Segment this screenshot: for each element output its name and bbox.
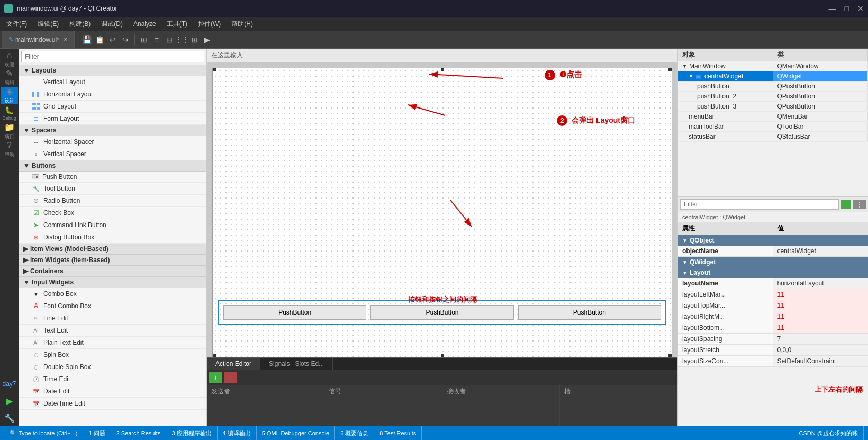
widget-time-edit[interactable]: 🕐 Time Edit [19, 373, 206, 385]
sidebar-welcome[interactable]: ⌂ 欢迎 [1, 51, 18, 68]
widget-push-button[interactable]: OK Push Button [19, 172, 206, 183]
sidebar-day7[interactable]: day7 [1, 375, 18, 392]
prop-layoutleftmar[interactable]: layoutLeftMar... 11 [678, 289, 868, 300]
widget-plain-text-edit[interactable]: AI Plain Text Edit [19, 337, 206, 349]
menu-controls[interactable]: 控件(W) [194, 19, 225, 30]
align-right-btn[interactable]: ⊟ [164, 34, 175, 46]
prop-layoutname[interactable]: layoutName horizontalLayout [678, 278, 868, 289]
prop-layouttopmar[interactable]: layoutTopMar... 11 [678, 300, 868, 311]
widget-font-combo-box[interactable]: A Font Combo Box [19, 300, 206, 312]
remove-action-btn[interactable]: − [224, 372, 237, 383]
sidebar-design[interactable]: ◈ 设计 [1, 87, 18, 104]
category-input-widgets[interactable]: ▼ Input Widgets [19, 277, 206, 288]
widget-line-edit[interactable]: ✏ Line Edit [19, 312, 206, 325]
tree-mainwindow[interactable]: ▼ MainWindow QMainWindow [678, 61, 868, 71]
status-summary[interactable]: 6 概要信息 [335, 426, 374, 440]
category-spacers[interactable]: ▼ Spacers [19, 125, 206, 136]
status-qml[interactable]: 5 QML Debugger Console [257, 426, 335, 440]
menu-file[interactable]: 文件(F) [2, 19, 31, 30]
status-search[interactable]: 2 Search Results [111, 426, 167, 440]
tab-signals-slots[interactable]: Signals _Slots Ed... [260, 358, 333, 370]
sidebar-help[interactable]: ? 帮助 [1, 141, 18, 158]
prop-layoutspacing[interactable]: layoutSpacing 7 [678, 334, 868, 345]
category-containers[interactable]: ▶ Containers [19, 266, 206, 277]
category-layouts[interactable]: ▼ Layouts [19, 65, 206, 76]
widget-vertical-spacer[interactable]: ↕ Vertical Spacer [19, 148, 206, 160]
preview-btn[interactable]: ▶ [202, 34, 213, 46]
align-left-btn[interactable]: ⊞ [138, 34, 150, 46]
widget-text-edit[interactable]: AI Text Edit [19, 325, 206, 337]
category-item-widgets[interactable]: ▶ Item Widgets (Item-Based) [19, 255, 206, 266]
push-button-2[interactable]: PushButton [370, 305, 513, 320]
sidebar-edit[interactable]: ✎ 编辑 [1, 69, 18, 86]
widget-horizontal-spacer[interactable]: ↔ Horizontal Spacer [19, 136, 206, 148]
status-test[interactable]: 8 Test Results [374, 426, 422, 440]
sidebar-project[interactable]: 📁 项目 [1, 123, 18, 140]
widget-grid-layout[interactable]: Grid Layout [19, 101, 206, 113]
prop-objectname[interactable]: objectName centralWidget [678, 246, 868, 257]
status-problems[interactable]: 1 问题 [83, 426, 111, 440]
props-add-btn[interactable]: + [841, 200, 851, 209]
file-tab[interactable]: ✎ mainwindow.ui* ✕ [2, 31, 75, 48]
widget-tool-button[interactable]: 🔧 Tool Button [19, 183, 206, 195]
save-btn[interactable]: 💾 [82, 34, 93, 46]
widget-horizontal-layout[interactable]: Horizontal Layout [19, 88, 206, 101]
push-button-1[interactable]: PushButton [223, 305, 366, 320]
widget-filter-input[interactable] [21, 51, 204, 62]
tab-action-editor[interactable]: Action Editor [207, 358, 260, 370]
widget-form-layout[interactable]: ☰ Form Layout [19, 113, 206, 125]
add-action-btn[interactable]: + [209, 372, 222, 383]
tree-pushbutton3[interactable]: pushButton_3 QPushButton [678, 102, 868, 112]
tree-centralwidget[interactable]: ▼ ▣ centralWidget QWidget [678, 71, 868, 82]
widget-spin-box[interactable]: ⬡ Spin Box [19, 349, 206, 361]
widget-vertical-layout[interactable]: Vertical Layout [19, 76, 206, 88]
menu-help[interactable]: 帮助(H) [227, 19, 257, 30]
sidebar-build-run[interactable]: 🔧 [1, 409, 18, 426]
maximize-button[interactable]: □ [845, 4, 849, 13]
widget-datetime-edit[interactable]: 📅 Date/Time Edit [19, 398, 206, 410]
category-item-views[interactable]: ▶ Item Views (Model-Based) [19, 244, 206, 255]
sidebar-run[interactable]: ▶ [1, 392, 18, 409]
category-buttons[interactable]: ▼ Buttons [19, 160, 206, 172]
save-all-btn[interactable]: 📋 [94, 34, 106, 46]
widget-dialog-button-box[interactable]: ⊠ Dialog Button Box [19, 231, 206, 244]
push-button-3[interactable]: PushButton [518, 305, 661, 320]
menu-build[interactable]: 构建(B) [65, 19, 95, 30]
props-filter-input[interactable] [680, 199, 839, 210]
menu-analyze[interactable]: Analyze [129, 19, 160, 29]
redo-btn[interactable]: ↪ [120, 34, 131, 46]
layout-btn[interactable]: ⊞ [189, 34, 201, 46]
prop-layoutbottom[interactable]: layoutBottom... 11 [678, 322, 868, 334]
form-canvas[interactable]: PushButton PushButton PushButton [212, 68, 672, 357]
widget-combo-box[interactable]: ▼ Combo Box [19, 288, 206, 300]
widget-date-edit[interactable]: 📅 Date Edit [19, 385, 206, 398]
undo-btn[interactable]: ↩ [107, 34, 119, 46]
close-button[interactable]: ✕ [857, 4, 864, 13]
status-locate[interactable]: 🔍 Type to locate (Ctrl+...) [4, 426, 83, 440]
prop-layoutrightm[interactable]: layoutRightM... 11 [678, 311, 868, 322]
widget-command-link-button[interactable]: ➤ Command Link Button [19, 219, 206, 231]
align-center-btn[interactable]: ≡ [151, 34, 162, 46]
menu-tools[interactable]: 工具(T) [162, 19, 192, 30]
props-menu-btn[interactable]: ⋮ [853, 200, 866, 209]
file-tab-close[interactable]: ✕ [64, 37, 68, 42]
status-compile[interactable]: 4 编译输出 [218, 426, 257, 440]
widget-check-box[interactable]: ☑ Check Box [19, 207, 206, 219]
tree-statusbar[interactable]: statusBar QStatusBar [678, 132, 868, 142]
menu-edit[interactable]: 编辑(E) [33, 19, 63, 30]
tree-pushbutton[interactable]: pushButton QPushButton [678, 82, 868, 92]
tree-maintoolbar[interactable]: mainToolBar QToolBar [678, 122, 868, 132]
status-app-output[interactable]: 3 应用程序输出 [166, 426, 217, 440]
minimize-button[interactable]: — [829, 4, 836, 13]
tree-pushbutton2[interactable]: pushButton_2 QPushButton [678, 92, 868, 102]
prop-layoutstretch[interactable]: layoutStretch 0,0,0 [678, 345, 868, 356]
widget-double-spin-box[interactable]: ⬡ Double Spin Box [19, 361, 206, 373]
sidebar-debug[interactable]: 🐛 Debug [1, 105, 18, 122]
canvas-container[interactable]: PushButton PushButton PushButton [207, 62, 677, 357]
widget-radio-button[interactable]: ⊙ Radio Button [19, 195, 206, 207]
tree-menubar[interactable]: menuBar QMenuBar [678, 112, 868, 122]
prop-layoutsizecon[interactable]: layoutSizeCon... SetDefaultConstraint [678, 356, 868, 367]
grid-btn[interactable]: ⋮⋮ [176, 34, 188, 46]
title-bar: mainwindow.ui @ day7 - Qt Creator — □ ✕ [0, 0, 868, 17]
menu-debug[interactable]: 调试(D) [97, 19, 127, 30]
